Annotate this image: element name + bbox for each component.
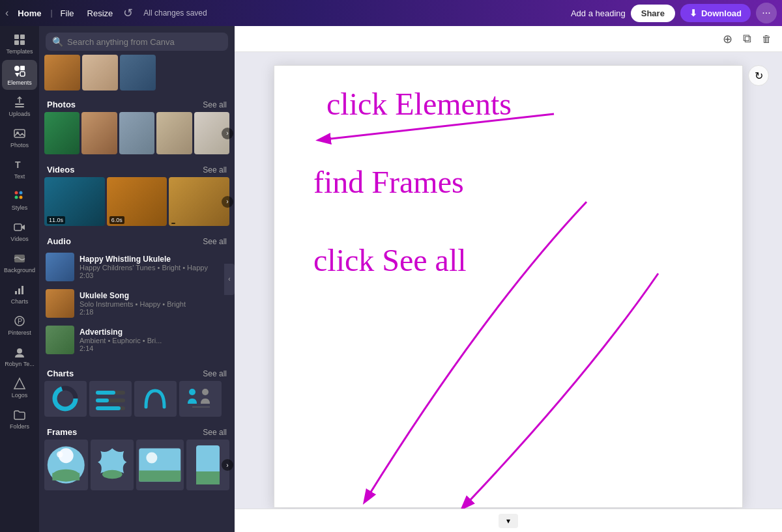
download-icon: ⬇ (689, 8, 697, 18)
frame-thumb-rect[interactable] (136, 440, 183, 490)
page-nav-button[interactable]: ▾ (499, 514, 518, 528)
svg-rect-1 (20, 35, 25, 39)
svg-marker-25 (14, 378, 25, 389)
chart-thumb-people[interactable] (179, 381, 222, 417)
add-heading-button[interactable]: Add a heading (571, 8, 626, 18)
frame-thumb-circle[interactable] (44, 440, 88, 490)
audio-item-1[interactable]: Happy Whistling Ukulele Happy Childrens'… (39, 249, 235, 285)
search-icon: 🔍 (52, 36, 63, 47)
resize-button[interactable]: Resize (82, 6, 119, 21)
sidebar-label-styles: Styles (12, 204, 28, 211)
sidebar-label-robyn: Robyn Te... (5, 361, 34, 367)
undo-icon[interactable]: ↺ (123, 6, 133, 20)
refresh-button[interactable]: ↻ (748, 65, 769, 86)
photo-thumb-1[interactable] (44, 112, 80, 154)
sidebar-label-charts: Charts (11, 298, 29, 305)
sidebar-item-photos[interactable]: Photos (2, 122, 37, 152)
video-duration-2: 6.0s (109, 216, 124, 224)
topbar-left: ‹ Home | File Resize ↺ All changes saved (5, 6, 207, 21)
more-options-button[interactable]: ··· (756, 3, 777, 23)
audio-desc-1: Happy Childrens' Tunes • Bright • Happy … (80, 264, 228, 279)
svg-rect-7 (20, 72, 25, 76)
videos-next-arrow[interactable]: › (222, 196, 233, 208)
audio-desc-2: Solo Instruments • Happy • Bright 2:18 (80, 300, 228, 316)
sidebar-item-robyn[interactable]: Robyn Te... (2, 341, 37, 371)
svg-point-42 (102, 470, 122, 479)
sidebar-item-pinterest[interactable]: P Pinterest (2, 310, 37, 340)
sidebar-item-styles[interactable]: Styles (2, 185, 37, 215)
canvas-page[interactable]: click Elements find Frames click See all (274, 65, 743, 508)
uploads-icon (12, 95, 27, 109)
svg-rect-19 (15, 291, 17, 294)
duplicate-page-icon[interactable]: ⧉ (740, 29, 754, 48)
frames-see-all[interactable]: See all (203, 428, 227, 437)
photos-section-title: Photos (47, 100, 76, 109)
sidebar-item-uploads[interactable]: Uploads (2, 91, 37, 121)
svg-point-13 (15, 191, 18, 195)
sidebar-item-videos[interactable]: Videos (2, 216, 37, 246)
audio-info-1: Happy Whistling Ukulele Happy Childrens'… (80, 255, 228, 279)
canvas-area: ⊕ ⧉ 🗑 click Elements find Frames click S… (235, 26, 782, 532)
sidebar-item-background[interactable]: Background (2, 247, 37, 277)
audio-item-2[interactable]: Ukulele Song Solo Instruments • Happy • … (39, 285, 235, 322)
top-strip (39, 55, 235, 94)
video-thumb-1[interactable]: 11.0s (44, 177, 105, 226)
delete-page-icon[interactable]: 🗑 (759, 31, 774, 47)
home-button[interactable]: Home (11, 6, 48, 21)
video-thumb-2[interactable]: 6.0s (107, 177, 167, 226)
sidebar-label-logos: Logos (12, 392, 28, 399)
hide-panel-button[interactable]: ‹ (224, 264, 235, 295)
svg-rect-17 (14, 224, 22, 231)
photos-section: Photos See all › (39, 94, 235, 154)
logos-icon (12, 376, 27, 391)
audio-item-3[interactable]: Advertising Ambient • Euphoric • Bri... … (39, 322, 235, 358)
charts-section: Charts See all (39, 363, 235, 417)
sidebar-item-text[interactable]: T Text (2, 154, 37, 184)
audio-thumb-2 (46, 289, 74, 318)
photo-thumb-4[interactable] (156, 112, 192, 154)
svg-text:T: T (15, 160, 21, 170)
download-button[interactable]: ⬇ Download (680, 4, 751, 22)
sidebar-label-photos: Photos (10, 142, 29, 148)
charts-see-all[interactable]: See all (203, 369, 227, 378)
chart-thumb-donut[interactable] (44, 381, 87, 417)
video-duration-3 (171, 223, 175, 224)
audio-thumb-1 (46, 253, 74, 281)
share-button[interactable]: Share (631, 5, 675, 22)
svg-point-41 (57, 451, 63, 458)
sidebar-label-pinterest: Pinterest (8, 329, 31, 336)
videos-grid: 11.0s 6.0s › (39, 177, 235, 226)
svg-rect-39 (52, 473, 80, 480)
instruction-click-see-all: click See all (313, 242, 467, 279)
top-strip-item-2[interactable] (82, 55, 118, 91)
frames-next-arrow[interactable]: › (222, 459, 233, 471)
chart-thumb-arc[interactable] (134, 381, 177, 417)
svg-rect-33 (96, 406, 121, 410)
sidebar-item-templates[interactable]: Templates (2, 29, 37, 59)
video-thumb-3[interactable] (169, 177, 229, 226)
photos-next-arrow[interactable]: › (222, 128, 233, 139)
file-menu[interactable]: File (55, 6, 80, 21)
sidebar-item-logos[interactable]: Logos (2, 372, 37, 402)
new-page-icon[interactable]: ⊕ (720, 29, 735, 49)
frame-thumb-flower[interactable] (91, 440, 134, 490)
top-strip-item-3[interactable] (120, 55, 156, 91)
audio-title-3: Advertising (80, 328, 228, 337)
videos-section: Videos See all 11.0s 6.0s › (39, 160, 235, 226)
svg-point-24 (17, 348, 22, 354)
sidebar-item-folders[interactable]: Folders (2, 404, 37, 434)
back-arrow-icon[interactable]: ‹ (5, 7, 8, 19)
photo-thumb-2[interactable] (81, 112, 117, 154)
sidebar-label-folders: Folders (10, 423, 29, 430)
top-strip-item-1[interactable] (44, 55, 80, 91)
charts-icon (12, 283, 27, 297)
sidebar-item-elements[interactable]: Elements (2, 60, 37, 90)
audio-see-all[interactable]: See all (203, 237, 227, 246)
photos-see-all[interactable]: See all (203, 100, 227, 109)
chart-thumb-progress[interactable] (89, 381, 132, 417)
svg-text:P: P (18, 317, 22, 325)
photo-thumb-3[interactable] (119, 112, 154, 154)
videos-see-all[interactable]: See all (203, 165, 227, 175)
search-input[interactable] (67, 37, 222, 47)
sidebar-item-charts[interactable]: Charts (2, 279, 37, 309)
